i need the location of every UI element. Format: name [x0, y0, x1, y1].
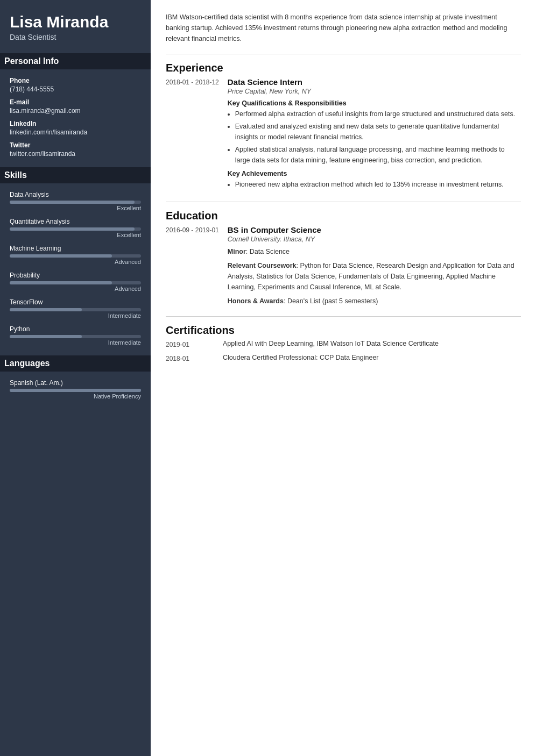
- language-name: Spanish (Lat. Am.): [10, 379, 141, 387]
- email-value: lisa.miranda@gmail.com: [10, 107, 141, 115]
- certification-text: Applied AI with Deep Learning, IBM Watso…: [223, 340, 521, 348]
- skill-level: Excellent: [10, 205, 141, 211]
- skill-item: TensorFlow Intermediate: [10, 298, 141, 319]
- qualification-item: Applied statistical analysis, natural la…: [235, 145, 521, 166]
- languages-heading: Languages: [0, 355, 151, 372]
- skill-bar-fill: [10, 335, 82, 338]
- skill-bar-bg: [10, 227, 141, 231]
- phone-label: Phone: [10, 77, 141, 84]
- certification-date: 2019-01: [166, 340, 214, 348]
- skill-level: Advanced: [10, 286, 141, 292]
- skill-level: Advanced: [10, 259, 141, 265]
- skills-list: Data Analysis Excellent Quantitative Ana…: [10, 191, 141, 346]
- language-item: Spanish (Lat. Am.) Native Proficiency: [10, 379, 141, 400]
- education-awards: Honors & Awards: Dean's List (past 5 sem…: [228, 296, 521, 306]
- skill-item: Quantitative Analysis Excellent: [10, 218, 141, 238]
- candidate-title: Data Scientist: [10, 33, 141, 41]
- skill-bar-fill: [10, 281, 112, 284]
- experience-heading: Experience: [166, 62, 521, 74]
- education-minor: Minor: Data Science: [228, 246, 521, 257]
- linkedin-label: LinkedIn: [10, 120, 141, 127]
- certifications-heading: Certifications: [166, 324, 521, 337]
- education-content: BS in Computer Science Cornell Universit…: [228, 225, 521, 306]
- main-content: IBM Watson-certified data scientist with…: [151, 0, 536, 756]
- linkedin-value: linkedin.com/in/lisamiranda: [10, 129, 141, 136]
- languages-list: Spanish (Lat. Am.) Native Proficiency: [10, 379, 141, 400]
- skill-bar-bg: [10, 308, 141, 311]
- skill-item: Probability Advanced: [10, 272, 141, 292]
- skill-level: Intermediate: [10, 339, 141, 346]
- email-label: E-mail: [10, 98, 141, 106]
- qualifications-label: Key Qualifications & Responsibilities: [228, 99, 521, 107]
- summary-text: IBM Watson-certified data scientist with…: [166, 12, 521, 44]
- sidebar: Lisa Miranda Data Scientist Personal Inf…: [0, 0, 151, 756]
- language-bar-bg: [10, 389, 141, 392]
- skill-bar-bg: [10, 281, 141, 284]
- skill-level: Intermediate: [10, 312, 141, 319]
- education-title: BS in Computer Science: [228, 225, 521, 234]
- skill-bar-fill: [10, 201, 135, 204]
- skill-bar-bg: [10, 201, 141, 204]
- candidate-name: Lisa Miranda: [10, 13, 141, 31]
- experience-content: Data Science Intern Price Capital, New Y…: [228, 77, 521, 192]
- skill-item: Data Analysis Excellent: [10, 191, 141, 211]
- skill-level: Excellent: [10, 232, 141, 238]
- certification-date: 2018-01: [166, 354, 214, 362]
- phone-value: (718) 444-5555: [10, 85, 141, 93]
- twitter-label: Twitter: [10, 141, 141, 149]
- education-date: 2016-09 - 2019-01: [166, 225, 219, 306]
- skill-bar-fill: [10, 254, 112, 258]
- experience-entry: 2018-01 - 2018-12 Data Science Intern Pr…: [166, 77, 521, 192]
- language-level: Native Proficiency: [10, 393, 141, 400]
- experience-subtitle: Price Capital, New York, NY: [228, 88, 521, 95]
- skill-name: TensorFlow: [10, 298, 141, 306]
- language-bar-fill: [10, 389, 141, 392]
- certifications-divider: [166, 316, 521, 317]
- skill-name: Python: [10, 325, 141, 333]
- experience-date: 2018-01 - 2018-12: [166, 77, 219, 192]
- skill-bar-fill: [10, 308, 82, 311]
- experience-title: Data Science Intern: [228, 77, 521, 87]
- qualification-item: Evaluated and analyzed existing and new …: [235, 122, 521, 142]
- certification-row: 2018-01 Cloudera Certified Professional:…: [166, 354, 521, 362]
- skill-item: Machine Learning Advanced: [10, 245, 141, 265]
- skill-name: Probability: [10, 272, 141, 279]
- education-entry: 2016-09 - 2019-01 BS in Computer Science…: [166, 225, 521, 306]
- education-coursework: Relevant Coursework: Python for Data Sci…: [228, 260, 521, 293]
- experience-divider: [166, 54, 521, 54]
- skill-bar-fill: [10, 227, 135, 231]
- achievements-list: Pioneered new alpha extraction method wh…: [228, 180, 521, 190]
- skills-heading: Skills: [0, 167, 151, 183]
- skill-name: Quantitative Analysis: [10, 218, 141, 225]
- skill-name: Machine Learning: [10, 245, 141, 252]
- qualification-item: Performed alpha extraction of useful ins…: [235, 109, 521, 119]
- skill-bar-bg: [10, 335, 141, 338]
- personal-info-heading: Personal Info: [0, 53, 151, 69]
- skill-item: Python Intermediate: [10, 325, 141, 346]
- qualifications-list: Performed alpha extraction of useful ins…: [228, 109, 521, 166]
- certification-row: 2019-01 Applied AI with Deep Learning, I…: [166, 340, 521, 348]
- education-heading: Education: [166, 210, 521, 222]
- skill-bar-bg: [10, 254, 141, 258]
- education-list: 2016-09 - 2019-01 BS in Computer Science…: [166, 225, 521, 306]
- achievements-label: Key Achievements: [228, 170, 521, 177]
- skill-name: Data Analysis: [10, 191, 141, 198]
- achievement-item: Pioneered new alpha extraction method wh…: [235, 180, 521, 190]
- education-subtitle: Cornell University. Ithaca, NY: [228, 236, 521, 243]
- education-divider: [166, 202, 521, 202]
- experience-list: 2018-01 - 2018-12 Data Science Intern Pr…: [166, 77, 521, 192]
- certification-text: Cloudera Certified Professional: CCP Dat…: [223, 354, 521, 362]
- certifications-list: 2019-01 Applied AI with Deep Learning, I…: [166, 340, 521, 362]
- twitter-value: twitter.com/lisamiranda: [10, 150, 141, 158]
